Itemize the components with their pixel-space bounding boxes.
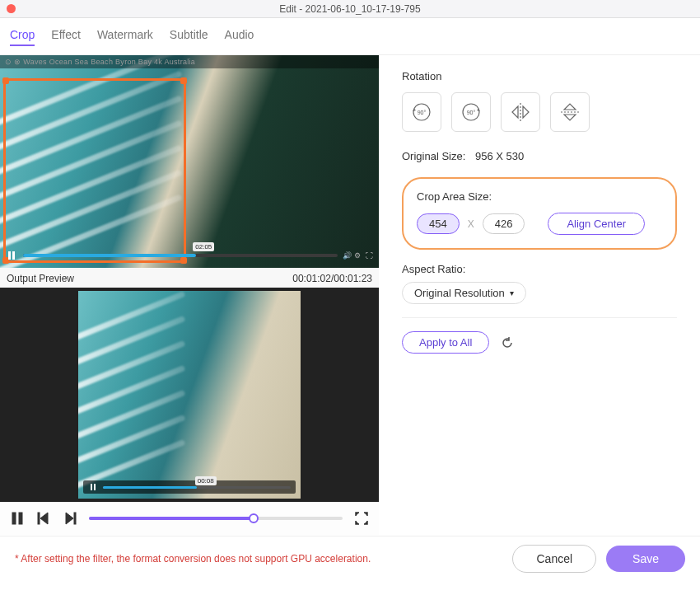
- crop-handle-tr[interactable]: [180, 77, 187, 84]
- preview-timecode: 00:01:02/00:01:23: [292, 273, 372, 284]
- save-button[interactable]: Save: [606, 546, 685, 572]
- window-controls: [7, 4, 16, 13]
- apply-to-all-button[interactable]: Apply to All: [402, 331, 489, 354]
- rotate-left-button[interactable]: 90°: [402, 92, 441, 132]
- rotation-label: Rotation: [402, 70, 677, 82]
- source-seek[interactable]: 02:05: [23, 254, 338, 257]
- preview-header: Output Preview 00:01:02/00:01:23: [0, 268, 379, 288]
- step-forward-button[interactable]: [63, 511, 77, 526]
- flip-vertical-button[interactable]: [550, 92, 590, 132]
- cancel-button[interactable]: Cancel: [512, 545, 596, 573]
- flip-horizontal-button[interactable]: [501, 92, 540, 132]
- tab-crop[interactable]: Crop: [10, 28, 35, 46]
- align-center-button[interactable]: Align Center: [548, 213, 645, 235]
- dimension-separator: X: [468, 218, 474, 230]
- chevron-down-icon: ▾: [510, 288, 514, 298]
- output-preview-label: Output Preview: [7, 273, 74, 284]
- window-title: Edit - 2021-06-10_10-17-19-795: [0, 3, 700, 15]
- pause-icon[interactable]: [5, 249, 18, 262]
- video-metadata-bar: ⊙ ⊗ Waves Ocean Sea Beach Byron Bay 4k A…: [0, 55, 379, 68]
- aspect-ratio-select[interactable]: Original Resolution ▾: [402, 282, 526, 304]
- svg-rect-1: [19, 513, 22, 524]
- titlebar: Edit - 2021-06-10_10-17-19-795: [0, 0, 700, 18]
- preview-player-bar: 00:08: [83, 480, 296, 494]
- svg-rect-0: [12, 513, 16, 524]
- volume-icon[interactable]: 🔊: [343, 251, 351, 260]
- play-pause-button[interactable]: [10, 511, 25, 526]
- time-badge: 02:05: [193, 242, 214, 251]
- divider: [402, 317, 677, 318]
- original-size-value: 956 X 530: [475, 150, 524, 162]
- crop-selection[interactable]: [3, 78, 186, 263]
- global-seek[interactable]: [89, 517, 343, 520]
- svg-text:90°: 90°: [467, 110, 476, 115]
- crop-handle-tl[interactable]: [2, 77, 9, 84]
- crop-width-input[interactable]: 454: [417, 213, 460, 234]
- pause-icon[interactable]: [88, 482, 98, 492]
- settings-icon[interactable]: ⚙: [354, 251, 362, 260]
- rotate-right-button[interactable]: 90°: [451, 92, 491, 132]
- source-video[interactable]: ⊙ ⊗ Waves Ocean Sea Beach Byron Bay 4k A…: [0, 55, 379, 268]
- svg-rect-3: [74, 513, 76, 524]
- tab-bar: Crop Effect Watermark Subtitle Audio: [0, 18, 700, 55]
- crop-area-label: Crop Area Size:: [417, 190, 662, 203]
- tab-subtitle[interactable]: Subtitle: [170, 28, 208, 46]
- original-size-row: Original Size: 956 X 530: [402, 150, 677, 162]
- reset-button[interactable]: [501, 336, 514, 349]
- tab-effect[interactable]: Effect: [51, 28, 81, 46]
- global-playbar: [0, 502, 379, 535]
- svg-rect-2: [38, 513, 40, 524]
- original-size-label: Original Size:: [402, 150, 465, 162]
- left-panel: ⊙ ⊗ Waves Ocean Sea Beach Byron Bay 4k A…: [0, 55, 379, 536]
- close-window-icon[interactable]: [7, 4, 16, 13]
- output-preview: 00:08: [0, 288, 379, 502]
- right-panel: Rotation 90° 90° Original Size: 956 X 53…: [379, 55, 700, 536]
- time-badge: 00:08: [195, 476, 217, 485]
- aspect-ratio-value: Original Resolution: [414, 287, 505, 299]
- footer: * After setting the filter, the format c…: [0, 536, 700, 580]
- step-back-button[interactable]: [36, 511, 51, 526]
- fullscreen-button[interactable]: [354, 511, 369, 526]
- aspect-ratio-label: Aspect Ratio:: [402, 263, 677, 275]
- preview-thumbnail: 00:08: [78, 291, 301, 499]
- crop-area-box: Crop Area Size: 454 X 426 Align Center: [402, 177, 677, 250]
- svg-text:90°: 90°: [418, 110, 427, 115]
- source-player-bar: 02:05 🔊 ⚙ ⛶: [5, 248, 374, 263]
- tab-watermark[interactable]: Watermark: [97, 28, 153, 46]
- warning-text: * After setting the filter, the format c…: [15, 553, 502, 565]
- aspect-ratio-row: Aspect Ratio: Original Resolution ▾: [402, 263, 677, 304]
- fullscreen-icon[interactable]: ⛶: [366, 251, 374, 260]
- tab-audio[interactable]: Audio: [225, 28, 254, 46]
- seek-knob[interactable]: [249, 513, 259, 523]
- preview-seek[interactable]: 00:08: [103, 486, 291, 489]
- crop-height-input[interactable]: 426: [483, 213, 525, 234]
